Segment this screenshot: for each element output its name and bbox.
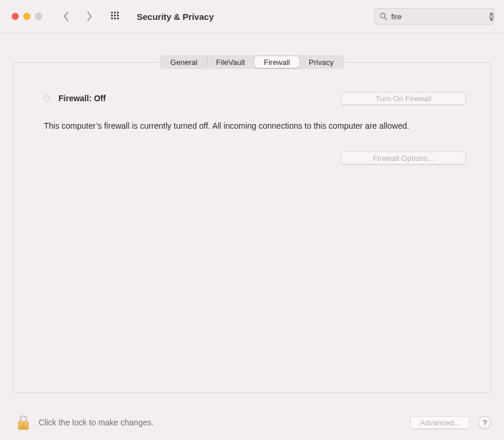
window-minimize-button[interactable] — [23, 13, 30, 20]
back-button[interactable] — [62, 11, 70, 22]
button-label: Turn On Firewall — [375, 94, 431, 103]
status-indicator-icon — [44, 95, 50, 101]
show-all-icon[interactable] — [111, 12, 120, 21]
svg-rect-3 — [111, 15, 113, 16]
advanced-button[interactable]: Advanced... — [410, 416, 470, 429]
search-field[interactable] — [374, 8, 495, 25]
lock-hint-text: Click the lock to make changes. — [39, 418, 154, 427]
svg-rect-7 — [114, 18, 116, 19]
window-close-button[interactable] — [12, 13, 19, 20]
firewall-description: This computer’s firewall is currently tu… — [44, 120, 418, 132]
tab-group: General FileVault Firewall Privacy — [160, 55, 344, 69]
svg-rect-4 — [114, 15, 116, 16]
button-label: Firewall Options... — [373, 154, 434, 163]
window-title: Security & Privacy — [137, 12, 214, 22]
tab-privacy[interactable]: Privacy — [299, 56, 343, 68]
window-zoom-button[interactable] — [35, 13, 42, 20]
tab-label: Privacy — [309, 58, 334, 67]
clear-search-icon[interactable] — [489, 12, 493, 21]
title-bar: Security & Privacy — [0, 0, 504, 33]
firewall-options-button[interactable]: Firewall Options... — [341, 152, 466, 164]
tab-bar: General FileVault Firewall Privacy — [0, 33, 504, 69]
svg-rect-1 — [114, 12, 116, 13]
tab-general[interactable]: General — [161, 56, 206, 68]
content-area: Firewall: Off Turn On Firewall This comp… — [0, 62, 504, 393]
turn-on-firewall-button[interactable]: Turn On Firewall — [341, 92, 466, 105]
svg-rect-5 — [117, 15, 119, 16]
svg-line-11 — [385, 18, 386, 19]
firewall-panel: Firewall: Off Turn On Firewall This comp… — [13, 62, 491, 393]
firewall-status-label: Firewall: Off — [58, 94, 106, 103]
svg-rect-8 — [117, 18, 119, 19]
svg-rect-0 — [111, 12, 113, 13]
footer: Click the lock to make changes. Advanced… — [0, 405, 504, 440]
forward-button[interactable] — [85, 11, 94, 22]
svg-rect-2 — [117, 12, 119, 13]
firewall-status-row: Firewall: Off Turn On Firewall — [44, 92, 466, 105]
search-icon — [379, 12, 388, 20]
traffic-lights — [12, 13, 42, 20]
lock-icon[interactable] — [16, 414, 30, 431]
help-button[interactable]: ? — [478, 416, 491, 429]
tab-filevault[interactable]: FileVault — [207, 56, 255, 68]
tab-label: Firewall — [264, 58, 290, 67]
button-label: Advanced... — [420, 418, 460, 427]
nav-arrows — [62, 11, 94, 22]
tab-firewall[interactable]: Firewall — [254, 56, 299, 68]
help-icon: ? — [482, 418, 486, 427]
svg-rect-6 — [111, 18, 113, 19]
search-input[interactable] — [391, 12, 489, 21]
tab-label: FileVault — [216, 58, 246, 67]
tab-label: General — [170, 58, 197, 67]
